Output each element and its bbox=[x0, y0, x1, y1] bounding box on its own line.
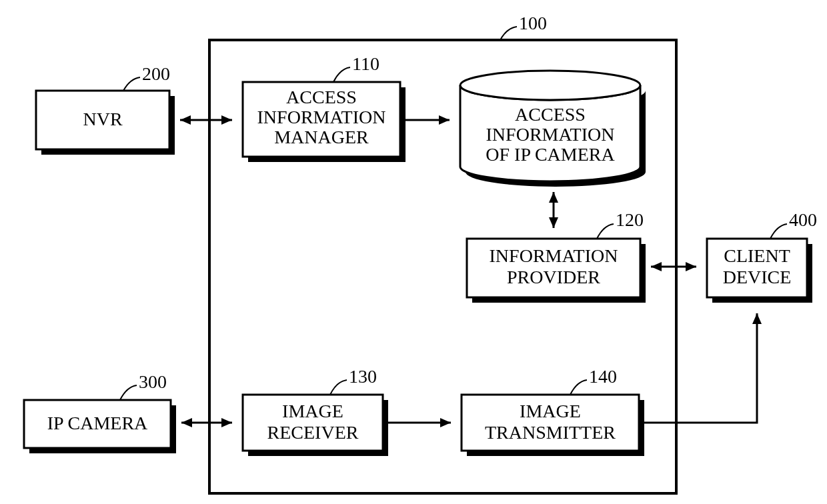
cylinder-db: ACCESS INFORMATION OF IP CAMERA bbox=[460, 71, 646, 187]
client-line2: DEVICE bbox=[723, 267, 792, 287]
ref-200: 200 bbox=[142, 63, 170, 84]
arrow-accessmgr-cyl bbox=[400, 115, 450, 125]
ref-leader-130 bbox=[330, 380, 347, 395]
arrow-cyl-infoprovider bbox=[549, 192, 558, 228]
info-provider-line2: PROVIDER bbox=[507, 267, 600, 287]
client-line1: CLIENT bbox=[724, 245, 790, 266]
arrow-ipcam-receiver bbox=[181, 418, 232, 427]
access-manager-line3: MANAGER bbox=[274, 127, 369, 147]
access-manager-line1: ACCESS bbox=[286, 87, 357, 107]
ip-camera-block: IP CAMERA 300 bbox=[24, 371, 176, 453]
ref-400: 400 bbox=[789, 209, 817, 230]
nvr-block: NVR 200 bbox=[36, 63, 175, 155]
image-receiver-block: IMAGE RECEIVER 130 bbox=[243, 366, 388, 456]
img-tx-line2: TRANSMITTER bbox=[485, 422, 616, 443]
access-manager-block: ACCESS INFORMATION MANAGER 110 bbox=[243, 53, 405, 162]
diagram-canvas: 100 NVR 200 ACCESS INFORMATION MANAGER 1… bbox=[0, 0, 827, 504]
image-transmitter-block: IMAGE TRANSMITTER 140 bbox=[462, 366, 644, 456]
arrow-infoprovider-client bbox=[651, 262, 696, 271]
img-recv-line1: IMAGE bbox=[282, 401, 343, 421]
info-provider-block: INFORMATION PROVIDER 120 bbox=[467, 209, 646, 303]
access-manager-line2: INFORMATION bbox=[257, 107, 386, 127]
ref-120: 120 bbox=[616, 209, 644, 230]
arrow-receiver-transmitter bbox=[383, 418, 451, 427]
ref-leader-120 bbox=[597, 224, 614, 239]
ref-leader-110 bbox=[333, 67, 350, 82]
ref-110: 110 bbox=[352, 53, 379, 74]
ref-leader-100 bbox=[500, 27, 517, 40]
img-tx-line1: IMAGE bbox=[520, 401, 581, 421]
ref-130: 130 bbox=[349, 366, 377, 387]
ref-100: 100 bbox=[519, 13, 547, 33]
img-recv-line2: RECEIVER bbox=[267, 422, 359, 443]
arrow-transmitter-client bbox=[639, 313, 762, 423]
ref-300: 300 bbox=[139, 371, 167, 392]
ref-140: 140 bbox=[589, 366, 617, 387]
client-device-block: CLIENT DEVICE 400 bbox=[707, 209, 817, 303]
nvr-label: NVR bbox=[83, 109, 122, 129]
cyl-line1: ACCESS bbox=[515, 104, 586, 125]
ref-leader-140 bbox=[570, 380, 587, 395]
ref-leader-300 bbox=[120, 385, 137, 400]
arrow-nvr-accessmgr bbox=[180, 115, 232, 125]
svg-point-8 bbox=[460, 71, 640, 100]
ref-leader-200 bbox=[123, 77, 140, 91]
cyl-line3: OF IP CAMERA bbox=[486, 144, 615, 165]
ip-camera-line1: IP CAMERA bbox=[47, 413, 148, 433]
cyl-line2: INFORMATION bbox=[486, 124, 615, 145]
ref-leader-400 bbox=[770, 224, 787, 239]
info-provider-line1: INFORMATION bbox=[490, 245, 618, 266]
